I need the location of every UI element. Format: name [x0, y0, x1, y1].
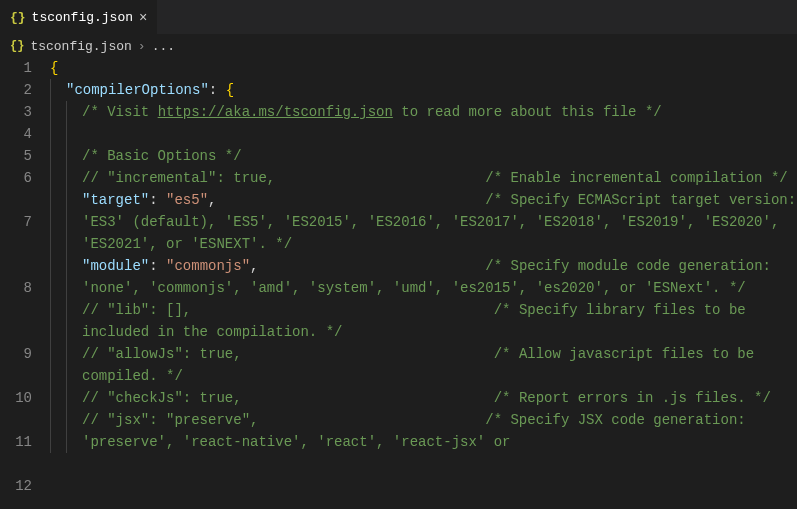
line-number: 6: [0, 167, 32, 211]
close-icon[interactable]: ×: [139, 10, 147, 26]
tab-tsconfig[interactable]: {} tsconfig.json ×: [0, 0, 157, 35]
code-line: // "lib": [], /* Specify library files t…: [50, 299, 797, 343]
code-line: // "checkJs": true, /* Report errors in …: [50, 387, 797, 409]
json-icon: {}: [10, 10, 26, 25]
code-line: "module": "commonjs", /* Specify module …: [50, 255, 797, 299]
editor[interactable]: 1 2 3 4 5 6 7 8 9 10 11 12 { "compilerOp…: [0, 57, 797, 509]
code-area[interactable]: { "compilerOptions": { /* Visit https://…: [50, 57, 797, 509]
tab-bar: {} tsconfig.json ×: [0, 0, 797, 35]
breadcrumb-file: tsconfig.json: [30, 39, 131, 54]
json-icon: {}: [10, 39, 24, 53]
tab-label: tsconfig.json: [32, 10, 133, 25]
code-line: // "incremental": true, /* Enable increm…: [50, 167, 797, 189]
code-line: {: [50, 57, 797, 79]
code-line: "target": "es5", /* Specify ECMAScript t…: [50, 189, 797, 255]
chevron-right-icon: ›: [138, 39, 146, 54]
line-number: 11: [0, 431, 32, 475]
line-number: 3: [0, 101, 32, 123]
code-line: [50, 123, 797, 145]
code-line: "compilerOptions": {: [50, 79, 797, 101]
code-line: // "jsx": "preserve", /* Specify JSX cod…: [50, 409, 797, 453]
code-line: /* Basic Options */: [50, 145, 797, 167]
line-number: 10: [0, 387, 32, 431]
line-number: 2: [0, 79, 32, 101]
line-number: 7: [0, 211, 32, 277]
breadcrumb[interactable]: {} tsconfig.json › ...: [0, 35, 797, 57]
line-number: 4: [0, 123, 32, 145]
line-number: 12: [0, 475, 32, 509]
code-line: /* Visit https://aka.ms/tsconfig.json to…: [50, 101, 797, 123]
line-gutter: 1 2 3 4 5 6 7 8 9 10 11 12: [0, 57, 50, 509]
line-number: 9: [0, 343, 32, 387]
code-line: // "allowJs": true, /* Allow javascript …: [50, 343, 797, 387]
line-number: 5: [0, 145, 32, 167]
line-number: 1: [0, 57, 32, 79]
breadcrumb-ellipsis: ...: [152, 39, 175, 54]
line-number: 8: [0, 277, 32, 343]
